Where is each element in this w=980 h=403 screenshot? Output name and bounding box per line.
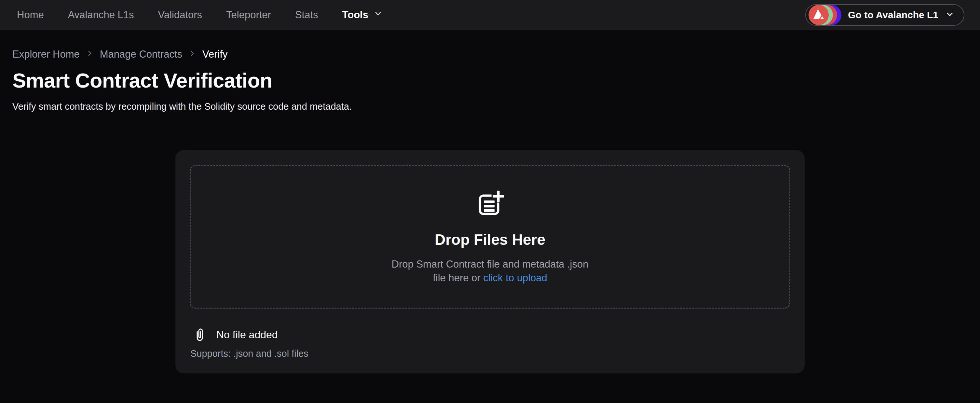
breadcrumb-explorer-home[interactable]: Explorer Home [12,48,80,60]
nav-item-avalanche-l1s[interactable]: Avalanche L1s [68,9,134,21]
dropzone-heading: Drop Files Here [435,231,545,248]
breadcrumb-verify: Verify [202,48,228,60]
verification-card: Drop Files Here Drop Smart Contract file… [175,150,805,373]
chevron-down-icon [374,9,383,21]
dropzone-line2: file here or click to upload [392,271,589,285]
nav-links: Home Avalanche L1s Validators Teleporter… [17,9,383,21]
file-status-text: No file added [216,329,278,341]
top-nav: Home Avalanche L1s Validators Teleporter… [0,0,980,30]
smart-contract-verification-page: { "nav": { "items": ["Home", "Avalanche … [0,0,980,403]
dropzone-line1: Drop Smart Contract file and metadata .j… [392,258,589,271]
nav-item-tools[interactable]: Tools [342,9,383,21]
dropzone-line2-prefix: file here or [433,272,483,284]
file-dropzone[interactable]: Drop Files Here Drop Smart Contract file… [190,165,790,309]
nav-item-validators[interactable]: Validators [158,9,202,21]
breadcrumb: Explorer Home Manage Contracts Verify [12,48,968,60]
go-to-avalanche-l1-button[interactable]: Go to Avalanche L1 [805,4,964,26]
nav-item-teleporter[interactable]: Teleporter [226,9,271,21]
click-to-upload-link[interactable]: click to upload [483,272,547,284]
paperclip-icon [194,326,205,343]
avalanche-logo-icon [808,5,829,25]
dropzone-instructions: Drop Smart Contract file and metadata .j… [392,258,589,285]
nav-tools-label: Tools [342,9,368,21]
chevron-right-icon [86,48,94,60]
nav-item-stats[interactable]: Stats [295,9,318,21]
supported-filetypes-text: Supports: .json and .sol files [190,348,790,359]
file-status-row: No file added [190,326,790,343]
page-title: Smart Contract Verification [12,68,968,92]
breadcrumb-manage-contracts[interactable]: Manage Contracts [100,48,182,60]
page-subtitle: Verify smart contracts by recompiling wi… [12,101,968,112]
chain-avatar-stack [808,5,842,25]
main-content: Explorer Home Manage Contracts Verify Sm… [0,48,980,112]
nav-item-home[interactable]: Home [17,9,44,21]
file-plus-icon [476,189,504,220]
go-button-label: Go to Avalanche L1 [848,10,939,21]
chevron-right-icon [188,48,197,60]
chevron-down-icon [945,10,955,21]
